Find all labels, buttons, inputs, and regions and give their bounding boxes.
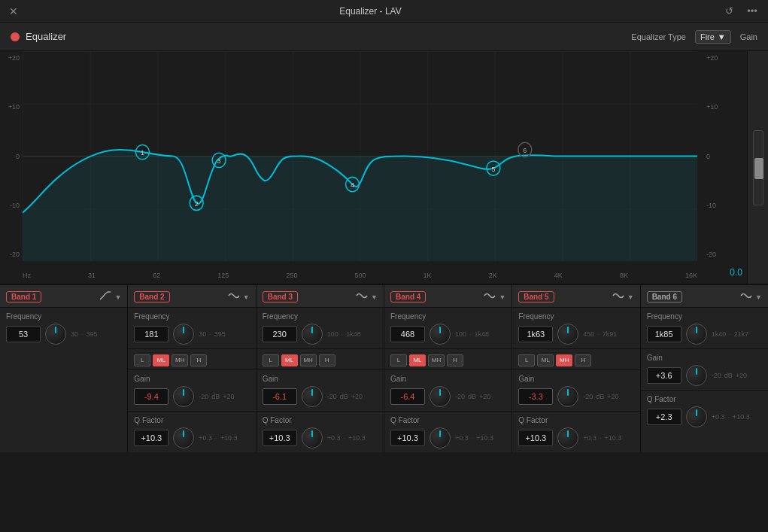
freq-value-2[interactable] bbox=[134, 326, 168, 342]
filter-type-btn-L-5[interactable]: L bbox=[518, 354, 535, 366]
qfactor-knob-4[interactable] bbox=[430, 427, 451, 448]
gain-value-6[interactable] bbox=[647, 367, 681, 384]
qfactor-section-5: Q Factor +0.3 · +10.3 bbox=[512, 412, 639, 452]
qfactor-range-4: +0.3 · +10.3 bbox=[455, 434, 493, 442]
filter-type-btn-ML-2[interactable]: ML bbox=[153, 354, 169, 366]
band-label-6[interactable]: Band 6 bbox=[647, 291, 682, 302]
qfactor-value-6[interactable] bbox=[647, 409, 681, 425]
freq-control-row-2: 30 · 395 bbox=[134, 324, 249, 345]
filter-type-btn-H-3[interactable]: H bbox=[319, 354, 335, 366]
qfactor-value-4[interactable] bbox=[390, 430, 425, 446]
band-label-1[interactable]: Band 1 bbox=[6, 291, 41, 302]
filter-type-btn-L-2[interactable]: L bbox=[134, 354, 150, 366]
menu-button[interactable]: ••• bbox=[744, 3, 760, 20]
filter-type-btn-MH-3[interactable]: MH bbox=[300, 354, 317, 366]
freq-knob-1[interactable] bbox=[45, 324, 66, 345]
freq-knob-3[interactable] bbox=[302, 324, 323, 345]
band-shape-chevron-5: ▼ bbox=[627, 293, 634, 301]
filter-type-btn-MH-5[interactable]: MH bbox=[556, 354, 572, 366]
rewind-button[interactable]: ↺ bbox=[721, 3, 738, 20]
qfactor-value-5[interactable] bbox=[518, 430, 553, 446]
gain-value-5[interactable] bbox=[518, 388, 553, 405]
frequency-section-4: Frequency 100 · 1k48 bbox=[384, 308, 511, 349]
eq-type-dropdown[interactable]: Fire ▼ bbox=[695, 30, 731, 44]
gain-control-row-5: -20 dB +20 bbox=[518, 386, 633, 407]
frequency-section-5: Frequency 450 · 7k91 bbox=[512, 308, 639, 349]
freq-value-6[interactable] bbox=[647, 326, 681, 342]
gain-section-6: Gain -20 dB +20 bbox=[641, 349, 768, 391]
filter-type-btn-MH-4[interactable]: MH bbox=[428, 354, 445, 366]
gain-knob-2[interactable] bbox=[173, 386, 194, 407]
band-shape-chevron-6: ▼ bbox=[755, 293, 762, 301]
band-shape-selector-4[interactable]: ▼ bbox=[483, 290, 505, 303]
gain-value-3[interactable] bbox=[263, 388, 297, 405]
filter-type-btn-L-4[interactable]: L bbox=[390, 354, 407, 366]
qfactor-knob-5[interactable] bbox=[557, 427, 578, 448]
freq-value-1[interactable] bbox=[6, 326, 41, 342]
svg-text:4: 4 bbox=[351, 181, 354, 189]
qfactor-knob-2[interactable] bbox=[173, 427, 194, 448]
freq-value-4[interactable] bbox=[390, 326, 425, 342]
qfactor-value-2[interactable] bbox=[134, 430, 168, 446]
gain-slider-thumb[interactable] bbox=[754, 158, 763, 179]
band-shape-selector-3[interactable]: ▼ bbox=[355, 290, 378, 303]
band-shape-selector-5[interactable]: ▼ bbox=[612, 290, 634, 303]
filter-type-btn-L-3[interactable]: L bbox=[263, 354, 279, 366]
gain-value-4[interactable] bbox=[390, 388, 425, 405]
filter-type-section-5: LMLMHH bbox=[512, 349, 639, 370]
band-shape-selector-1[interactable]: ▼ bbox=[99, 290, 121, 303]
title-bar-actions: ↺ ••• bbox=[721, 3, 760, 20]
gain-knob-3[interactable] bbox=[302, 386, 323, 407]
qfactor-value-3[interactable] bbox=[263, 430, 297, 446]
freq-knob-6[interactable] bbox=[686, 324, 707, 345]
eq-graph-wrapper[interactable]: +20 +10 0 -10 -20 1 bbox=[0, 51, 747, 284]
qfactor-knob-3[interactable] bbox=[302, 427, 323, 448]
power-indicator[interactable] bbox=[11, 32, 20, 41]
filter-type-row-5: LMLMHH bbox=[518, 354, 633, 366]
band-label-4[interactable]: Band 4 bbox=[390, 291, 426, 302]
filter-type-btn-ML-5[interactable]: ML bbox=[537, 354, 554, 366]
band-label-5[interactable]: Band 5 bbox=[518, 291, 554, 302]
gain-range-2: -20 dB +20 bbox=[199, 393, 234, 400]
gain-slider[interactable] bbox=[753, 130, 763, 205]
title-bar: ✕ Equalizer - LAV ↺ ••• bbox=[0, 0, 768, 23]
gain-value-2[interactable] bbox=[134, 388, 168, 405]
gain-section-2: Gain -20 dB +20 bbox=[128, 370, 255, 412]
gain-range-5: -20 dB +20 bbox=[583, 393, 618, 400]
freq-knob-4[interactable] bbox=[430, 324, 451, 345]
freq-value-5[interactable] bbox=[518, 326, 553, 342]
freq-value-3[interactable] bbox=[263, 326, 297, 342]
band-label-3[interactable]: Band 3 bbox=[263, 291, 298, 302]
filter-type-btn-MH-2[interactable]: MH bbox=[172, 354, 188, 366]
window-title: Equalizer - LAV bbox=[339, 6, 401, 17]
band-column-2: Band 2 ▼ Frequency 30 · 395 LMLMHH bbox=[128, 285, 256, 452]
svg-text:5: 5 bbox=[491, 166, 495, 173]
band-column-3: Band 3 ▼ Frequency 100 · 1k48 LMLMHH bbox=[257, 285, 384, 452]
gain-knob-4[interactable] bbox=[430, 386, 451, 407]
band-shape-chevron-1: ▼ bbox=[114, 293, 121, 301]
band-shape-selector-6[interactable]: ▼ bbox=[739, 290, 762, 303]
eq-curve-svg[interactable]: 1 2 3 4 5 6 bbox=[23, 51, 697, 261]
close-button[interactable]: ✕ bbox=[8, 5, 20, 17]
filter-type-btn-H-5[interactable]: H bbox=[575, 354, 591, 366]
gain-knob-6[interactable] bbox=[686, 365, 707, 386]
filter-type-btn-ML-3[interactable]: ML bbox=[281, 354, 298, 366]
freq-knob-5[interactable] bbox=[557, 324, 578, 345]
svg-text:1: 1 bbox=[141, 149, 144, 157]
freq-knob-2[interactable] bbox=[173, 324, 194, 345]
freq-range-1: 30 · 395 bbox=[71, 330, 98, 338]
freq-label-3: Frequency bbox=[263, 312, 378, 321]
filter-type-btn-H-4[interactable]: H bbox=[447, 354, 463, 366]
filter-type-row-3: LMLMHH bbox=[263, 354, 378, 366]
band-shape-selector-2[interactable]: ▼ bbox=[227, 290, 250, 303]
freq-control-row-3: 100 · 1k48 bbox=[263, 324, 378, 345]
qfactor-knob-6[interactable] bbox=[686, 406, 707, 427]
filter-type-btn-ML-4[interactable]: ML bbox=[409, 354, 426, 366]
gain-label-3: Gain bbox=[263, 375, 378, 383]
band-label-2[interactable]: Band 2 bbox=[134, 291, 169, 302]
gain-knob-5[interactable] bbox=[557, 386, 578, 407]
filter-type-btn-H-2[interactable]: H bbox=[190, 354, 207, 366]
eq-type-label: Equalizer Type bbox=[631, 32, 686, 41]
band-column-4: Band 4 ▼ Frequency 100 · 1k48 LMLMHH bbox=[384, 285, 512, 452]
band-header-3: Band 3 ▼ bbox=[257, 285, 384, 308]
